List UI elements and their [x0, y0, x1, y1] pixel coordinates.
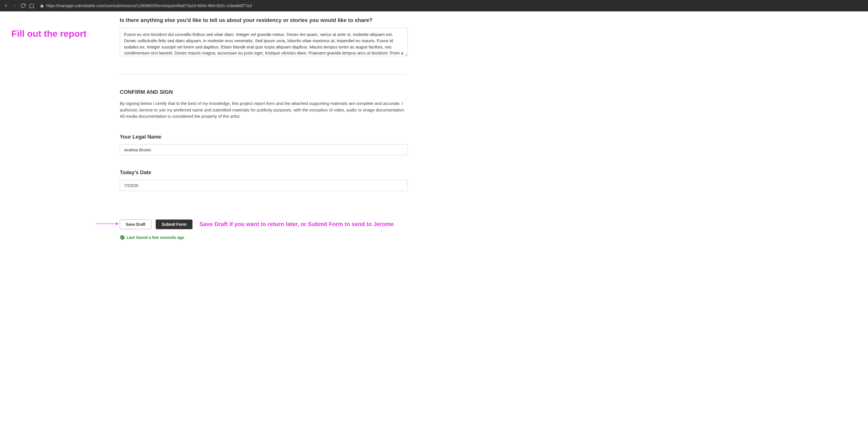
content-area: Fill out the report Is there anything el… — [0, 11, 868, 443]
button-row: Save Draft Submit Form Save Draft if you… — [120, 220, 408, 229]
main-form: Is there anything else you'd like to tel… — [108, 11, 422, 443]
residency-story-textarea[interactable] — [120, 28, 408, 56]
save-draft-button[interactable]: Save Draft — [120, 220, 151, 229]
confirm-sign-heading: CONFIRM AND SIGN — [120, 89, 408, 95]
submit-form-button[interactable]: Submit Form — [156, 220, 192, 229]
confirm-sign-description: By signing below I certify that to the b… — [120, 100, 408, 120]
browser-toolbar: https://manager.submittable.com/user/sub… — [0, 0, 868, 11]
home-icon[interactable] — [29, 3, 34, 8]
annotation-fill-report: Fill out the report — [11, 29, 97, 39]
reload-icon[interactable] — [21, 3, 26, 8]
section-divider — [120, 74, 408, 75]
arrow-annotation-icon — [95, 222, 118, 227]
annotation-button-hint: Save Draft if you want to return later, … — [199, 221, 394, 227]
legal-name-input[interactable] — [120, 144, 408, 155]
back-icon[interactable] — [3, 3, 8, 8]
save-status: Last Saved a few seconds ago — [120, 235, 408, 240]
check-circle-icon — [120, 235, 125, 240]
forward-icon[interactable] — [12, 3, 17, 8]
date-input[interactable] — [120, 180, 408, 191]
svg-marker-1 — [116, 222, 118, 225]
url-bar[interactable]: https://manager.submittable.com/user/sub… — [40, 3, 865, 8]
lock-icon — [40, 4, 44, 8]
save-status-text: Last Saved a few seconds ago — [127, 235, 184, 240]
date-label: Today's Date — [120, 169, 408, 176]
question-label: Is there anything else you'd like to tel… — [120, 17, 408, 23]
url-text: https://manager.submittable.com/user/sub… — [46, 3, 252, 8]
legal-name-label: Your Legal Name — [120, 134, 408, 140]
left-annotation-panel: Fill out the report — [0, 11, 108, 443]
